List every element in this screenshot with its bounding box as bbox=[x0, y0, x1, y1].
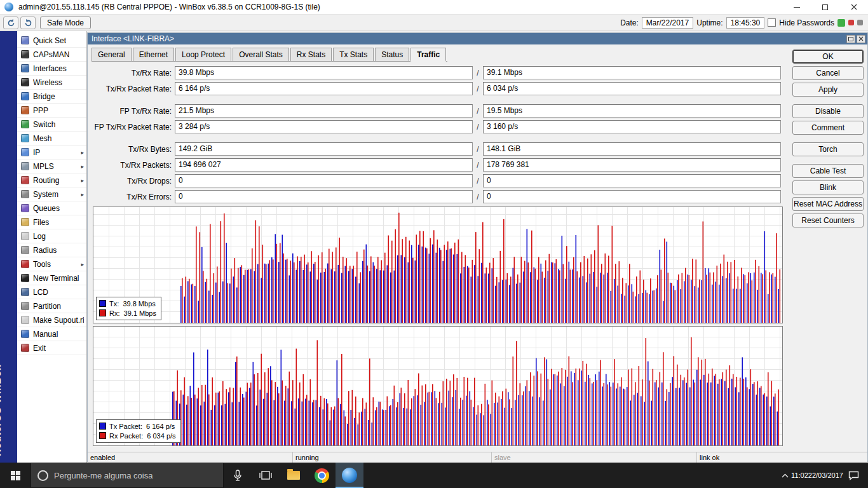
quick-set-icon bbox=[21, 36, 29, 44]
interface-dialog: Interface <LINK-FIBRA> GeneralEthernetLo… bbox=[87, 32, 868, 462]
sidebar-item-quick-set[interactable]: Quick Set bbox=[17, 34, 86, 48]
sidebar-item-lcd[interactable]: LCD bbox=[17, 285, 86, 299]
tab-loop-protect[interactable]: Loop Protect bbox=[175, 48, 231, 61]
dialog-close-button[interactable] bbox=[857, 35, 865, 43]
status-enabled: enabled bbox=[88, 452, 293, 463]
sidebar-item-label: Quick Set bbox=[33, 36, 66, 45]
field-rx-value[interactable]: 6 034 p/s bbox=[483, 82, 781, 95]
field-rx-value[interactable]: 0 bbox=[483, 190, 781, 203]
tab-rx-stats[interactable]: Rx Stats bbox=[290, 48, 332, 61]
sidebar-item-make-supout-rif[interactable]: Make Supout.rif bbox=[17, 313, 86, 327]
sidebar-item-exit[interactable]: Exit bbox=[17, 341, 86, 355]
manual-icon bbox=[21, 330, 29, 338]
sidebar-item-radius[interactable]: Radius bbox=[17, 243, 86, 257]
sidebar-item-label: IP bbox=[33, 148, 40, 157]
field-rx-value[interactable]: 0 bbox=[483, 174, 781, 187]
minimize-button[interactable] bbox=[782, 0, 811, 15]
file-explorer-button[interactable] bbox=[280, 463, 308, 488]
sidebar-item-log[interactable]: Log bbox=[17, 229, 86, 243]
tab-general[interactable]: General bbox=[92, 48, 132, 61]
ok-button[interactable]: OK bbox=[792, 50, 864, 64]
reset-counters-button[interactable]: Reset Counters bbox=[792, 214, 864, 227]
disable-button[interactable]: Disable bbox=[792, 104, 864, 118]
sidebar-item-queues[interactable]: Queues bbox=[17, 201, 86, 215]
comment-button[interactable]: Comment bbox=[792, 121, 864, 135]
dialog-titlebar: Interface <LINK-FIBRA> bbox=[88, 33, 867, 44]
field-tx-value[interactable]: 21.5 Mbps bbox=[175, 104, 473, 118]
sidebar-item-switch[interactable]: Switch bbox=[17, 118, 86, 132]
sidebar-item-partition[interactable]: Partition bbox=[17, 299, 86, 313]
field-rx-value[interactable]: 3 160 p/s bbox=[483, 120, 781, 133]
chrome-button[interactable] bbox=[308, 463, 336, 488]
sidebar-item-bridge[interactable]: Bridge bbox=[17, 90, 86, 104]
field-tx-value[interactable]: 3 284 p/s bbox=[175, 120, 473, 133]
tab-traffic[interactable]: Traffic bbox=[410, 48, 446, 62]
routing-icon bbox=[21, 176, 29, 184]
sidebar-item-label: Switch bbox=[33, 120, 55, 129]
reset-mac-address-button[interactable]: Reset MAC Address bbox=[792, 197, 864, 211]
tab-tx-stats[interactable]: Tx Stats bbox=[333, 48, 374, 61]
field-tx-value[interactable]: 149.2 GiB bbox=[175, 142, 473, 156]
safe-mode-button[interactable]: Safe Mode bbox=[40, 17, 91, 29]
dialog-restore-button[interactable] bbox=[846, 35, 855, 43]
sidebar-item-wireless[interactable]: Wireless bbox=[17, 76, 86, 90]
sidebar-item-interfaces[interactable]: Interfaces bbox=[17, 62, 86, 76]
taskbar-clock[interactable]: 11:02 22/03/2017 bbox=[793, 463, 841, 488]
blink-button[interactable]: Blink bbox=[792, 180, 864, 194]
make-supout-rif-icon bbox=[21, 316, 29, 324]
sidebar-item-manual[interactable]: Manual bbox=[17, 327, 86, 341]
partition-icon bbox=[21, 302, 29, 310]
sidebar-item-ip[interactable]: IP▸ bbox=[17, 146, 86, 159]
taskbar-search[interactable]: Pergunte-me alguma coisa bbox=[31, 463, 224, 488]
legend-row: Rx: 39.1 Mbps bbox=[99, 308, 156, 318]
bridge-icon bbox=[21, 92, 29, 100]
sidebar-item-mpls[interactable]: MPLS▸ bbox=[17, 159, 86, 173]
sidebar-item-new-terminal[interactable]: New Terminal bbox=[17, 271, 86, 285]
field-tx-value[interactable]: 194 696 027 bbox=[175, 158, 473, 172]
sidebar-item-routing[interactable]: Routing▸ bbox=[17, 173, 86, 187]
legend-label: Tx Packet: 6 164 p/s bbox=[109, 423, 175, 430]
tx-rx-separator: / bbox=[473, 85, 483, 93]
uptime-value: 18:45:30 bbox=[726, 17, 765, 29]
torch-button[interactable]: Torch bbox=[792, 142, 864, 156]
close-button[interactable] bbox=[839, 0, 868, 15]
brand-strip: RouterOS WinBox bbox=[0, 31, 17, 463]
sidebar-item-ppp[interactable]: PPP bbox=[17, 104, 86, 118]
cable-test-button[interactable]: Cable Test bbox=[792, 164, 864, 178]
field-rx-value[interactable]: 39.1 Mbps bbox=[483, 66, 781, 79]
cancel-button[interactable]: Cancel bbox=[792, 66, 864, 80]
sidebar-item-capsman[interactable]: CAPsMAN bbox=[17, 48, 86, 62]
start-button[interactable] bbox=[0, 463, 31, 488]
field-rx-value[interactable]: 19.5 Mbps bbox=[483, 104, 781, 118]
redo-button[interactable] bbox=[20, 17, 36, 29]
sidebar-item-mesh[interactable]: Mesh bbox=[17, 132, 86, 146]
tab-overall-stats[interactable]: Overall Stats bbox=[233, 48, 289, 61]
legend-row: Tx: 39.8 Mbps bbox=[99, 299, 156, 308]
field-tx-value[interactable]: 39.8 Mbps bbox=[175, 66, 473, 79]
field-rx-value[interactable]: 148.1 GiB bbox=[483, 142, 781, 156]
legend-row: Rx Packet: 6 034 p/s bbox=[99, 431, 176, 440]
tab-status[interactable]: Status bbox=[375, 48, 409, 61]
show-hidden-icons-button[interactable] bbox=[776, 463, 793, 488]
microphone-button[interactable] bbox=[224, 463, 252, 488]
apply-button[interactable]: Apply bbox=[792, 83, 864, 97]
field-rx-value[interactable]: 178 769 381 bbox=[483, 158, 781, 172]
field-tx-value[interactable]: 0 bbox=[175, 174, 473, 187]
sidebar-item-system[interactable]: System▸ bbox=[17, 187, 86, 201]
task-view-button[interactable] bbox=[252, 463, 280, 488]
winbox-taskbar-button[interactable] bbox=[336, 463, 363, 488]
submenu-arrow-icon: ▸ bbox=[81, 149, 84, 156]
legend-color-chip bbox=[99, 300, 106, 307]
tab-ethernet[interactable]: Ethernet bbox=[133, 48, 174, 61]
hide-passwords-label[interactable]: Hide Passwords bbox=[779, 18, 834, 27]
field-tx-value[interactable]: 0 bbox=[175, 190, 473, 203]
hide-passwords-checkbox[interactable] bbox=[768, 18, 776, 27]
tx-rx-separator: / bbox=[473, 107, 483, 116]
sidebar-item-tools[interactable]: Tools▸ bbox=[17, 257, 86, 271]
sidebar-item-files[interactable]: Files bbox=[17, 215, 86, 229]
action-center-button[interactable] bbox=[841, 463, 865, 488]
field-tx-value[interactable]: 6 164 p/s bbox=[175, 82, 473, 95]
maximize-button[interactable] bbox=[811, 0, 839, 15]
undo-button[interactable] bbox=[3, 17, 18, 29]
clock-time: 11:02 bbox=[791, 471, 808, 480]
